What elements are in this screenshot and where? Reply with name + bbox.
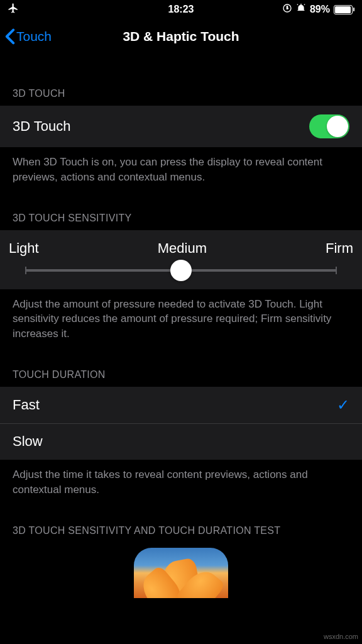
group-3dtouch: 3D Touch [0, 106, 362, 147]
watermark: wsxdn.com [324, 633, 358, 640]
battery-icon [334, 5, 354, 14]
battery-percentage: 89% [310, 4, 330, 15]
toggle-3dtouch[interactable] [309, 114, 349, 138]
toggle-knob [327, 116, 348, 137]
sensitivity-slider[interactable] [25, 269, 337, 272]
airplane-mode-icon [8, 3, 19, 16]
row-3dtouch[interactable]: 3D Touch [0, 106, 362, 147]
back-button[interactable]: Touch [5, 28, 52, 45]
row-duration-fast[interactable]: Fast ✓ [0, 387, 362, 423]
footer-duration: Adjust the time it takes to reveal conte… [0, 460, 362, 505]
section-header-duration: Touch Duration [0, 360, 362, 387]
orientation-lock-icon [282, 3, 292, 16]
row-label-slow: Slow [13, 433, 43, 450]
slider-tick [336, 267, 337, 274]
alarm-icon [296, 3, 306, 16]
status-bar: 18:23 89% [0, 0, 362, 19]
row-label-3dtouch: 3D Touch [13, 118, 71, 135]
slider-label-light: Light [9, 240, 39, 257]
test-image[interactable] [134, 548, 228, 598]
group-sensitivity: Light Medium Firm [0, 230, 362, 289]
section-header-sensitivity: 3D Touch Sensitivity [0, 204, 362, 230]
section-header-test: 3D Touch Sensitivity and Touch Duration … [0, 516, 362, 543]
slider-label-medium: Medium [158, 240, 207, 257]
status-left [8, 3, 19, 16]
row-label-fast: Fast [13, 397, 40, 413]
status-right: 89% [282, 3, 354, 16]
group-duration: Fast ✓ Slow [0, 387, 362, 460]
chevron-left-icon [5, 28, 15, 45]
test-image-container [0, 548, 362, 598]
page-title: 3D & Haptic Touch [123, 29, 239, 44]
slider-thumb[interactable] [170, 260, 192, 281]
section-header-3dtouch: 3D Touch [0, 79, 362, 106]
back-label: Touch [16, 29, 52, 44]
checkmark-icon: ✓ [337, 396, 349, 414]
slider-tick [25, 267, 26, 274]
footer-sensitivity: Adjust the amount of pressure needed to … [0, 289, 362, 349]
slider-labels: Light Medium Firm [9, 240, 353, 257]
content: 3D Touch 3D Touch When 3D Touch is on, y… [0, 79, 362, 598]
nav-bar: Touch 3D & Haptic Touch [0, 19, 362, 54]
status-time: 18:23 [168, 4, 194, 15]
footer-3dtouch: When 3D Touch is on, you can press the d… [0, 147, 362, 192]
row-duration-slow[interactable]: Slow [0, 423, 362, 460]
slider-label-firm: Firm [326, 240, 353, 257]
